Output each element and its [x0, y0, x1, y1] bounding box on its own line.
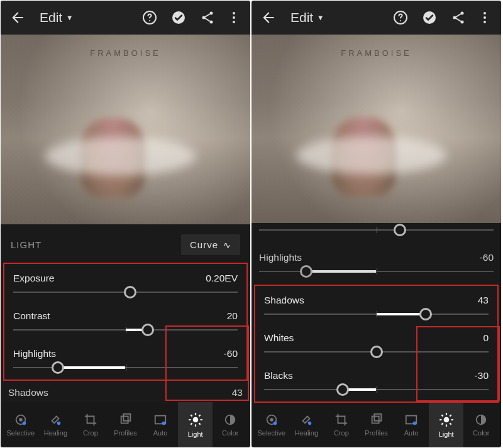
help-icon[interactable] [142, 10, 157, 25]
curve-button[interactable]: Curve ∿ [181, 234, 240, 255]
slider-contrast-peek[interactable] [259, 229, 494, 244]
slider-thumb[interactable] [52, 361, 64, 374]
light-controls: LIGHT Curve ∿ Exposure 0.20EV [1, 224, 250, 402]
nav-selective[interactable]: Selective [254, 403, 289, 447]
slider-label: Shadows [264, 295, 304, 306]
svg-line-48 [450, 423, 451, 425]
svg-line-49 [441, 423, 443, 425]
slider-label: Shadows [8, 387, 48, 398]
slider-whites[interactable]: Whites 0 [257, 325, 496, 363]
slider-thumb[interactable] [370, 346, 383, 358]
slider-track[interactable] [264, 351, 489, 352]
edit-menu[interactable]: Edit ▼ [40, 10, 73, 25]
slider-value: 0 [483, 332, 489, 344]
svg-line-24 [199, 415, 200, 416]
profiles-icon [370, 413, 384, 427]
nav-label: Light [439, 430, 454, 438]
help-icon[interactable] [393, 10, 408, 25]
svg-point-6 [233, 16, 235, 19]
nav-label: Selective [6, 429, 35, 437]
back-icon[interactable] [260, 9, 277, 26]
svg-point-16 [192, 417, 198, 423]
share-icon[interactable] [451, 10, 466, 25]
slider-track[interactable] [13, 329, 238, 331]
curve-label: Curve [190, 239, 218, 250]
slider-value: -30 [475, 370, 489, 381]
photo-preview[interactable]: FRAMBOISE [252, 35, 501, 222]
screenshot-right: Edit ▼ FRAMBOISE Highlights -60 [252, 1, 501, 447]
healing-icon [299, 413, 313, 427]
slider-contrast[interactable]: Contrast 20 [6, 303, 245, 341]
slider-track[interactable] [13, 367, 238, 368]
slider-label: Exposure [13, 273, 54, 284]
slider-highlights[interactable]: Highlights -60 [252, 244, 501, 282]
nav-light[interactable]: Light [429, 403, 464, 447]
nav-auto[interactable]: Auto [143, 402, 178, 447]
slider-value: 20 [227, 310, 238, 322]
slider-label: Contrast [13, 310, 50, 322]
light-controls: Highlights -60 Shadows 43 [252, 223, 501, 403]
svg-point-32 [484, 16, 486, 19]
auto-icon [404, 413, 418, 427]
svg-point-41 [413, 422, 417, 425]
slider-thumb[interactable] [300, 265, 312, 278]
nav-label: Profiles [114, 429, 137, 437]
slider-track[interactable] [13, 292, 238, 293]
more-icon[interactable] [226, 10, 241, 25]
nav-label: Auto [153, 429, 168, 437]
slider-value: 43 [232, 387, 243, 398]
curve-icon: ∿ [223, 240, 231, 250]
nav-label: Selective [257, 429, 285, 437]
light-icon [438, 412, 455, 428]
slider-track[interactable] [264, 389, 489, 390]
healing-icon [48, 413, 62, 427]
nav-crop[interactable]: Crop [324, 403, 359, 447]
nav-healing[interactable]: Healing [289, 403, 324, 447]
nav-healing[interactable]: Healing [38, 402, 74, 447]
slider-shadows[interactable]: Shadows 43 [257, 287, 496, 325]
slider-shadows-peek[interactable]: Shadows 43 [1, 381, 250, 402]
edit-title-label: Edit [40, 10, 62, 25]
chevron-down-icon: ▼ [66, 14, 73, 21]
confirm-icon[interactable] [171, 10, 186, 25]
back-icon[interactable] [9, 9, 26, 26]
svg-point-35 [270, 418, 274, 422]
svg-point-36 [274, 422, 277, 425]
crop-icon [334, 413, 348, 427]
nav-color[interactable]: Color [463, 403, 499, 447]
slider-thumb[interactable] [141, 324, 154, 336]
slider-highlights[interactable]: Highlights -60 [6, 341, 245, 378]
nav-label: Healing [295, 429, 318, 437]
share-icon[interactable] [200, 10, 215, 25]
screenshot-left: Edit ▼ FRAMBOISE LIGHT Curve ∿ Exposure … [1, 1, 250, 447]
nav-selective[interactable]: Selective [3, 402, 38, 447]
crop-icon [84, 413, 97, 427]
nav-profiles[interactable]: Profiles [108, 402, 143, 447]
slider-exposure[interactable]: Exposure 0.20EV [6, 265, 245, 303]
slider-thumb[interactable] [336, 383, 349, 396]
color-icon [474, 413, 488, 427]
more-icon[interactable] [477, 10, 492, 25]
slider-blacks[interactable]: Blacks -30 [257, 363, 496, 400]
slider-track[interactable] [259, 271, 494, 272]
highlight-box-right: Shadows 43 Whites 0 [254, 285, 499, 403]
slider-value: -60 [224, 348, 238, 359]
nav-profiles[interactable]: Profiles [359, 403, 394, 447]
svg-point-31 [484, 12, 486, 14]
nav-light[interactable]: Light [178, 402, 213, 447]
svg-line-47 [441, 415, 443, 417]
nav-label: Healing [44, 429, 67, 437]
nav-crop[interactable]: Crop [73, 402, 108, 447]
slider-track[interactable] [264, 314, 489, 315]
slider-thumb[interactable] [124, 286, 136, 298]
slider-thumb[interactable] [419, 308, 432, 320]
nav-color[interactable]: Color [213, 402, 248, 447]
nav-label: Crop [334, 429, 349, 437]
edit-menu[interactable]: Edit ▼ [290, 10, 324, 25]
header-bar: Edit ▼ [252, 1, 501, 35]
light-icon [187, 412, 204, 428]
photo-preview[interactable]: FRAMBOISE [1, 35, 250, 224]
photo-overlay-text: FRAMBOISE [1, 48, 250, 58]
nav-auto[interactable]: Auto [394, 403, 429, 447]
confirm-icon[interactable] [422, 10, 437, 25]
